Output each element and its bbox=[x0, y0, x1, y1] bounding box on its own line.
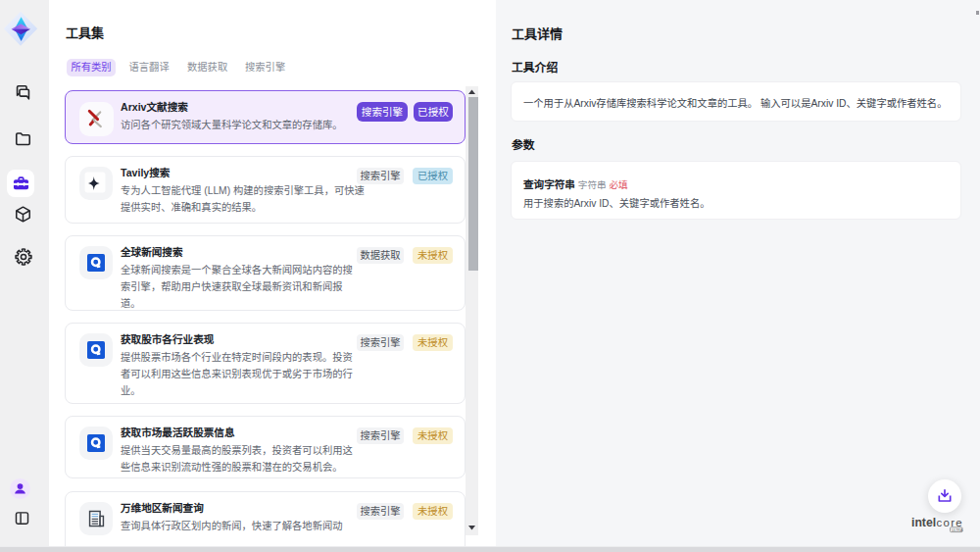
svg-text:ULTRA: ULTRA bbox=[952, 528, 963, 532]
svg-text:core: core bbox=[937, 517, 963, 528]
svg-text:intel: intel bbox=[911, 516, 936, 529]
